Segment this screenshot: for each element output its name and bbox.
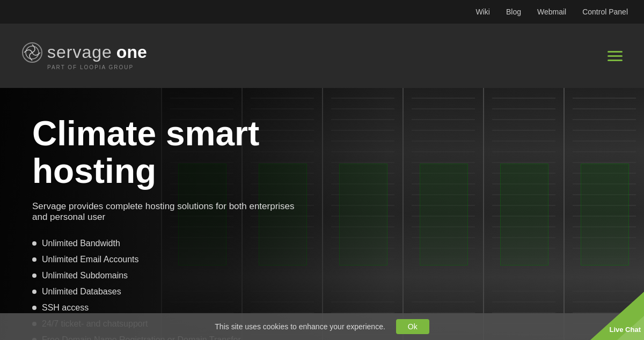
logo-subtitle: PART OF LOOPIA GROUP: [47, 64, 134, 70]
feature-email-text: Unlimited Email Accounts: [42, 255, 139, 264]
top-navigation: Wiki Blog Webmail Control Panel: [0, 0, 644, 24]
hamburger-line-2: [608, 55, 623, 57]
feature-databases: Unlimited Databases: [32, 284, 301, 300]
hamburger-menu[interactable]: [608, 51, 623, 61]
hamburger-line-1: [608, 51, 623, 53]
feature-databases-text: Unlimited Databases: [42, 287, 121, 297]
wiki-link[interactable]: Wiki: [476, 8, 490, 16]
feature-email: Unlimited Email Accounts: [32, 252, 301, 268]
cookie-message: This site uses cookies to enhance your e…: [215, 322, 385, 331]
logo-one-text: one: [116, 42, 147, 62]
logo-servage-text: servage: [47, 42, 112, 62]
bullet-1: [32, 241, 36, 246]
hero-section: Climate smart hosting Servage provides c…: [0, 88, 644, 340]
blog-link[interactable]: Blog: [506, 8, 521, 16]
hamburger-line-3: [608, 60, 623, 61]
live-chat-label: Live Chat: [609, 326, 641, 334]
webmail-link[interactable]: Webmail: [537, 8, 566, 16]
feature-bandwidth-text: Unlimited Bandwidth: [42, 239, 120, 248]
bullet-5: [32, 306, 36, 310]
bullet-4: [32, 290, 36, 294]
cookie-ok-button[interactable]: Ok: [396, 319, 429, 334]
control-panel-link[interactable]: Control Panel: [582, 8, 628, 16]
live-chat-corner[interactable]: Live Chat: [590, 292, 644, 340]
logo[interactable]: servageone PART OF LOOPIA GROUP: [21, 42, 147, 70]
feature-ssh-text: SSH access: [42, 303, 89, 313]
logo-icon: [21, 42, 43, 63]
feature-bandwidth: Unlimited Bandwidth: [32, 235, 301, 252]
hero-subtitle: Servage provides complete hosting soluti…: [32, 201, 301, 223]
main-header: servageone PART OF LOOPIA GROUP: [0, 24, 644, 88]
hero-title: Climate smart hosting: [32, 115, 301, 190]
hero-content: Climate smart hosting Servage provides c…: [0, 88, 333, 340]
bullet-2: [32, 257, 36, 262]
feature-subdomains-text: Unlimited Subdomains: [42, 271, 128, 280]
feature-subdomains: Unlimited Subdomains: [32, 268, 301, 284]
cookie-banner: This site uses cookies to enhance your e…: [0, 313, 644, 340]
bullet-3: [32, 274, 36, 278]
